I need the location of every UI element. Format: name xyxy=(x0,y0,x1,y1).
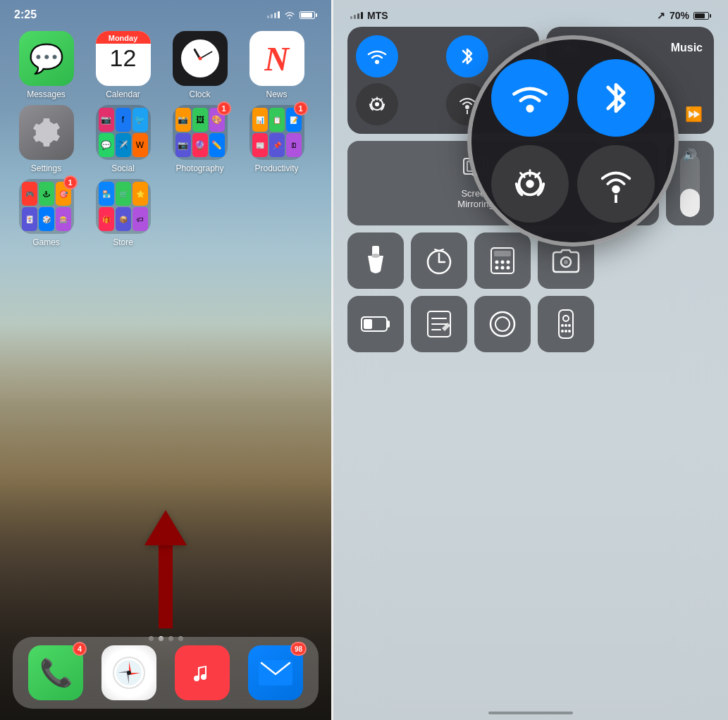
svg-point-51 xyxy=(526,180,534,188)
dock-safari[interactable] xyxy=(101,645,156,700)
notes-button[interactable] xyxy=(411,296,467,352)
svg-point-12 xyxy=(465,105,469,109)
svg-point-43 xyxy=(561,324,564,327)
svg-point-48 xyxy=(564,330,567,333)
airdrop-cc-icon xyxy=(367,94,387,114)
app-games[interactable]: 🎮 🕹 🎯 🃏 🎲 🎰 1 Games xyxy=(13,179,80,247)
flashlight-button[interactable] xyxy=(347,232,404,289)
arrow-head xyxy=(144,510,187,545)
mag-bluetooth-button[interactable] xyxy=(577,59,655,137)
timer-icon xyxy=(425,247,453,275)
phone-badge: 4 xyxy=(73,642,87,656)
calculator-icon xyxy=(490,247,515,275)
app-row-1: 💬 Messages Monday 12 Calendar xyxy=(13,31,319,99)
svg-point-24 xyxy=(495,261,499,264)
svg-point-52 xyxy=(612,185,620,194)
svg-point-39 xyxy=(491,312,514,336)
mag-wifi-button[interactable] xyxy=(491,59,569,137)
svg-point-7 xyxy=(187,657,218,688)
notes-icon xyxy=(426,310,452,338)
svg-point-47 xyxy=(568,330,571,333)
gear-icon xyxy=(28,114,65,151)
right-panel: MTS ↗ 70% xyxy=(333,0,728,720)
app-calendar[interactable]: Monday 12 Calendar xyxy=(90,31,156,99)
dock-mail[interactable]: 98 xyxy=(248,645,303,700)
mag-hotspot-icon xyxy=(597,165,635,203)
swipe-up-arrow xyxy=(144,510,187,628)
shazam-icon xyxy=(489,311,516,337)
dock-phone[interactable]: 📞 4 xyxy=(28,645,83,700)
fast-forward-button[interactable]: ⏩ xyxy=(685,106,703,123)
svg-point-49 xyxy=(526,104,533,112)
remote-button[interactable] xyxy=(538,296,594,352)
battery-icon-right xyxy=(693,12,711,20)
left-panel: 2:25 xyxy=(0,0,331,720)
mag-wifi-icon xyxy=(509,82,551,114)
app-clock[interactable]: Clock xyxy=(166,31,233,99)
mag-hotspot-button[interactable] xyxy=(577,145,655,223)
mag-airdrop-button[interactable] xyxy=(491,145,569,223)
status-bar-left: 2:25 xyxy=(0,0,331,24)
svg-point-44 xyxy=(568,324,571,327)
prod-mini-1: 📊 xyxy=(252,108,268,132)
weibo-mini-icon: W xyxy=(132,133,148,157)
svg-point-11 xyxy=(375,102,379,106)
svg-point-26 xyxy=(507,261,510,264)
svg-point-18 xyxy=(371,254,380,258)
mail-badge: 98 xyxy=(290,642,307,656)
shazam-button[interactable] xyxy=(474,296,531,352)
time-display: 2:25 xyxy=(14,8,37,21)
magnifier-inner xyxy=(471,39,674,242)
compass-icon xyxy=(111,654,147,691)
arrow-stem xyxy=(159,544,173,628)
svg-point-45 xyxy=(564,324,567,327)
svg-point-42 xyxy=(563,316,569,321)
timer-button[interactable] xyxy=(411,232,467,289)
camera-icon xyxy=(551,248,581,273)
volume-track xyxy=(680,154,700,217)
carrier-name: MTS xyxy=(367,10,388,21)
instagram-mini-icon: 📷 xyxy=(99,108,114,132)
svg-point-40 xyxy=(495,317,510,331)
app-settings[interactable]: Settings xyxy=(13,105,80,173)
dock-music[interactable] xyxy=(175,645,230,700)
svg-point-9 xyxy=(375,60,379,64)
game-mini-1: 🎮 xyxy=(22,182,37,206)
app-row-3: 🎮 🕹 🎯 🃏 🎲 🎰 1 Games 🏪 xyxy=(13,179,319,247)
wifi-icon xyxy=(283,11,296,20)
photography-badge: 1 xyxy=(217,101,231,116)
svg-point-25 xyxy=(501,261,505,264)
signal-bars-right xyxy=(350,12,363,19)
app-row-2: Settings 📷 f 🐦 💬 ✈️ W Social xyxy=(13,105,319,173)
low-power-button[interactable] xyxy=(347,296,404,352)
photo-mini-1: 📸 xyxy=(175,108,191,132)
wifi-cc-icon xyxy=(366,48,388,65)
svg-rect-33 xyxy=(387,321,390,328)
home-indicator xyxy=(488,712,573,714)
svg-point-27 xyxy=(495,266,499,270)
carrier-area: MTS xyxy=(350,10,388,21)
app-photography[interactable]: 📸 🖼 🎨 📷 🔮 ✏️ 1 Photography xyxy=(166,105,233,173)
app-store[interactable]: 🏪 🛒 ⭐ 🎁 📦 🏷 Store xyxy=(90,179,156,247)
games-badge: 1 xyxy=(63,175,78,190)
app-messages[interactable]: 💬 Messages xyxy=(13,31,80,99)
mag-bluetooth-icon xyxy=(602,77,630,119)
mag-airdrop-icon xyxy=(511,165,549,203)
app-news[interactable]: N News xyxy=(243,31,310,99)
wifi-button[interactable] xyxy=(356,35,398,77)
music-note-icon xyxy=(187,657,218,688)
signal-bars-icon xyxy=(267,11,280,18)
battery-percentage: 70% xyxy=(670,10,689,21)
bottom-controls-row xyxy=(347,296,714,352)
svg-point-31 xyxy=(564,260,568,264)
remote-icon xyxy=(556,309,576,340)
airdrop-button[interactable] xyxy=(356,83,398,125)
twitter-mini-icon: 🐦 xyxy=(132,108,148,132)
svg-point-29 xyxy=(507,266,510,270)
app-social[interactable]: 📷 f 🐦 💬 ✈️ W Social xyxy=(90,105,156,173)
svg-point-28 xyxy=(501,266,505,270)
app-productivity[interactable]: 📊 📋 📝 📰 📌 🗓 1 Productivity xyxy=(243,105,310,173)
mail-icon xyxy=(259,660,292,685)
facebook-mini-icon: f xyxy=(116,108,131,132)
app-grid: 💬 Messages Monday 12 Calendar xyxy=(0,24,331,247)
